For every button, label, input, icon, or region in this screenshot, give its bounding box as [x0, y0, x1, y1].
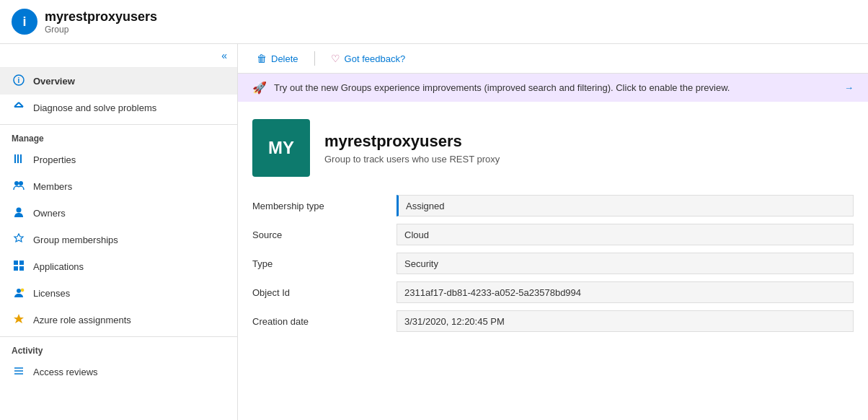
delete-label: Delete [271, 53, 298, 64]
content-area: 🗑 Delete ♡ Got feedback? 🚀 Try out the n… [238, 44, 868, 420]
members-icon [12, 180, 26, 193]
azure-role-label: Azure role assignments [33, 315, 131, 325]
profile-section: MY myrestproxyusers Group to track users… [238, 102, 868, 188]
properties-icon [12, 153, 26, 167]
feedback-label: Got feedback? [345, 53, 406, 64]
sidebar: « iOverviewDiagnose and solve problemsMa… [0, 44, 238, 420]
svg-rect-7 [20, 154, 22, 163]
svg-marker-17 [14, 314, 24, 323]
feedback-icon: ♡ [331, 53, 340, 64]
property-value-2: Security [397, 253, 854, 274]
applications-icon [12, 260, 26, 274]
property-row-3: Object Id2311af17-db81-4233-a052-5a23578… [252, 281, 854, 304]
profile-avatar: MY [252, 119, 310, 177]
main-layout: « iOverviewDiagnose and solve problemsMa… [0, 44, 868, 420]
sidebar-item-members[interactable]: Members [0, 173, 237, 200]
header-icon: i [12, 9, 37, 35]
profile-description: Group to track users who use REST proxy [324, 154, 500, 165]
profile-name: myrestproxyusers [324, 132, 500, 151]
svg-rect-13 [14, 266, 18, 271]
owners-label: Owners [33, 208, 66, 219]
sidebar-nav: iOverviewDiagnose and solve problemsMana… [0, 68, 237, 385]
property-row-1: SourceCloud [252, 223, 854, 246]
svg-rect-14 [19, 266, 24, 271]
access-reviews-icon [12, 365, 26, 379]
property-label-0: Membership type [252, 201, 397, 211]
svg-point-10 [17, 208, 22, 213]
licenses-icon [12, 286, 26, 300]
sidebar-section-manage-section: Manage [0, 124, 237, 146]
sidebar-item-properties[interactable]: Properties [0, 146, 237, 173]
property-row-4: Creation date3/31/2020, 12:20:45 PM [252, 310, 854, 333]
property-row-2: TypeSecurity [252, 252, 854, 275]
profile-info: myrestproxyusers Group to track users wh… [324, 132, 500, 165]
banner-text: Try out the new Groups experience improv… [274, 82, 730, 93]
property-value-4: 3/31/2020, 12:20:45 PM [397, 310, 854, 332]
svg-rect-5 [14, 154, 16, 163]
applications-label: Applications [33, 261, 84, 272]
sidebar-item-group-memberships[interactable]: Group memberships [0, 227, 237, 253]
header-icon-letter: i [22, 14, 26, 30]
diagnose-label: Diagnose and solve problems [33, 102, 156, 113]
sidebar-item-applications[interactable]: Applications [0, 253, 237, 280]
svg-point-15 [17, 289, 21, 293]
collapse-button[interactable]: « [217, 48, 231, 63]
diagnose-icon [12, 101, 26, 115]
delete-icon: 🗑 [257, 53, 267, 64]
sidebar-item-access-reviews[interactable]: Access reviews [0, 359, 237, 385]
group-memberships-label: Group memberships [33, 235, 118, 245]
properties-label: Properties [33, 154, 76, 165]
access-reviews-label: Access reviews [33, 367, 98, 377]
members-label: Members [33, 181, 72, 192]
header-title: myrestproxyusers [45, 9, 157, 25]
property-label-1: Source [252, 229, 397, 240]
property-value-1: Cloud [397, 224, 854, 245]
delete-button[interactable]: 🗑 Delete [252, 50, 303, 67]
svg-text:i: i [18, 76, 20, 84]
sidebar-item-overview[interactable]: iOverview [0, 68, 237, 95]
overview-icon: i [12, 74, 26, 88]
svg-point-8 [14, 181, 19, 185]
toolbar-separator [314, 51, 315, 66]
property-value-3: 2311af17-db81-4233-a052-5a23578bd994 [397, 281, 854, 303]
property-label-4: Creation date [252, 316, 397, 327]
overview-label: Overview [33, 76, 75, 87]
banner-icon: 🚀 [252, 81, 267, 95]
property-label-3: Object Id [252, 287, 397, 298]
licenses-label: Licenses [33, 288, 70, 299]
feedback-button[interactable]: ♡ Got feedback? [327, 50, 410, 67]
properties-grid: Membership typeAssignedSourceCloudTypeSe… [238, 188, 868, 353]
sidebar-item-owners[interactable]: Owners [0, 200, 237, 227]
property-label-2: Type [252, 258, 397, 269]
svg-point-9 [19, 181, 23, 185]
svg-rect-6 [17, 154, 19, 163]
sidebar-item-diagnose[interactable]: Diagnose and solve problems [0, 95, 237, 121]
profile-initials: MY [268, 138, 294, 158]
banner[interactable]: 🚀 Try out the new Groups experience impr… [238, 74, 868, 102]
azure-role-icon [12, 313, 26, 327]
header-text: myrestproxyusers Group [45, 9, 157, 35]
header-subtitle: Group [45, 25, 157, 35]
sidebar-collapse-row: « [0, 44, 237, 68]
svg-point-16 [21, 289, 24, 292]
toolbar: 🗑 Delete ♡ Got feedback? [238, 44, 868, 74]
owners-icon [12, 206, 26, 220]
sidebar-item-licenses[interactable]: Licenses [0, 280, 237, 307]
top-header: i myrestproxyusers Group [0, 0, 868, 44]
sidebar-section-activity-section: Activity [0, 336, 237, 359]
sidebar-item-azure-role[interactable]: Azure role assignments [0, 307, 237, 333]
svg-rect-11 [14, 261, 18, 265]
property-row-0: Membership typeAssigned [252, 194, 854, 217]
group-memberships-icon [12, 233, 26, 247]
svg-rect-12 [19, 261, 24, 265]
property-value-0: Assigned [397, 195, 854, 216]
banner-arrow: → [844, 82, 854, 93]
